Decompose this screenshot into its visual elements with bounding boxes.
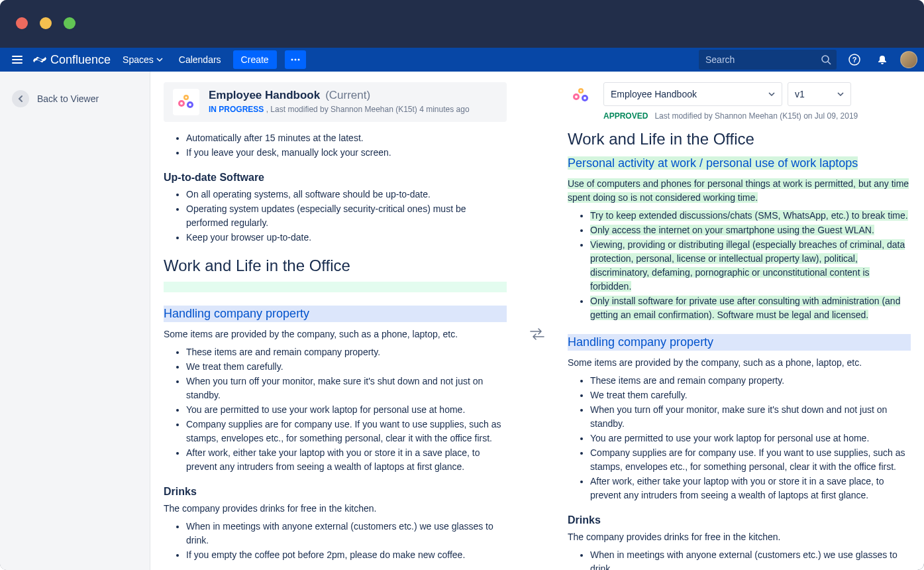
handling-heading-right: Handling company property [568,334,911,351]
list-item: Automatically after 15 minutes at the la… [186,131,507,145]
personal-paragraph: Use of computers and phones for personal… [568,177,911,205]
handling-paragraph-right: Some items are provided by the company, … [568,356,911,370]
back-arrow-icon [12,90,29,107]
list-item: You are permitted to use your work lapto… [590,431,911,445]
nav-spaces[interactable]: Spaces [119,52,167,68]
handling-list: These items are and remain company prope… [164,345,507,474]
software-list: On all operating systems, all software s… [164,188,507,245]
personal-heading: Personal activity at work / personal use… [568,155,911,172]
doc-icon [173,89,199,115]
personal-list: Try to keep extended discussions/chats (… [568,209,911,322]
search-input[interactable] [699,50,837,70]
gears-icon [569,84,593,107]
brand-label: Confluence [50,53,111,67]
list-item: These items are and remain company prope… [590,374,911,388]
nav-calendars-label: Calendars [179,54,221,65]
swap-arrows-icon [529,327,545,341]
list-item: If you leave your desk, manually lock yo… [186,146,507,160]
drinks-heading-right: Drinks [568,514,911,526]
svg-point-1 [294,59,296,61]
window-maximize-icon[interactable] [64,17,76,29]
drinks-list: When in meetings with anyone external (c… [164,520,507,562]
version-select[interactable]: v1 [788,82,851,106]
work-life-heading: Work and Life in the Office [164,256,507,275]
chevron-down-icon [768,91,775,97]
left-doc-meta: , Last modified by Shannon Meehan (K15t)… [266,105,470,114]
list-item: Only access the internet on your smartph… [590,223,911,237]
work-life-heading-right: Work and Life in the Office [568,130,911,148]
drinks-paragraph-right: The company provides drinks for free in … [568,530,911,544]
version-select-label: v1 [795,89,805,99]
gears-icon [174,90,198,114]
top-navigation: Confluence Spaces Calendars Create ? [0,48,924,72]
left-pane-header: Employee Handbook (Current) IN PROGRESS … [164,82,507,122]
left-pane: Employee Handbook (Current) IN PROGRESS … [150,82,520,570]
svg-point-3 [822,56,829,62]
help-button[interactable]: ? [845,50,864,70]
list-item: These items are and remain company prope… [186,345,507,359]
svg-point-16 [584,97,586,99]
list-item: We treat them carefully. [590,388,911,402]
diff-removed-block [164,282,507,292]
list-item: When you turn off your monitor, make sur… [186,374,507,402]
search-wrap [699,50,837,70]
handling-list-right: These items are and remain company prope… [568,374,911,502]
svg-point-0 [291,59,293,61]
list-item: Keep your browser up-to-date. [186,231,507,245]
window-titlebar [0,0,924,48]
ellipsis-icon [291,58,300,61]
document-select[interactable]: Employee Handbook [603,82,782,106]
auto-lock-list: Automatically after 15 minutes at the la… [164,131,507,160]
handling-heading: Handling company property [164,306,507,322]
list-item: Operating system updates (especially sec… [186,202,507,230]
back-label: Back to Viewer [37,93,99,104]
window-minimize-icon[interactable] [40,17,52,29]
list-item: Company supplies are for company use. If… [186,418,507,445]
swap-panes-button[interactable] [520,98,554,570]
nav-spaces-label: Spaces [123,54,154,65]
back-to-viewer-link[interactable]: Back to Viewer [12,90,138,107]
search-icon [821,54,831,65]
list-item: Only install software for private use af… [590,294,911,322]
help-icon: ? [848,54,860,66]
right-doc-meta: Last modified by Shannon Meehan (K15t) o… [654,111,858,121]
document-select-label: Employee Handbook [611,89,697,99]
svg-point-8 [180,102,183,105]
list-item: You are permitted to use your work lapto… [186,403,507,417]
right-pane: Employee Handbook v1 APPROVED Last modif… [554,82,924,570]
handling-paragraph: Some items are provided by the company, … [164,327,507,341]
svg-point-10 [189,103,191,106]
window-close-icon[interactable] [16,17,28,29]
drinks-list-right: When in meetings with anyone external (c… [568,548,911,570]
svg-point-2 [297,59,299,61]
create-button[interactable]: Create [233,50,277,69]
user-avatar[interactable] [900,51,917,68]
svg-text:?: ? [852,56,857,64]
list-item: Try to keep extended discussions/chats (… [590,209,911,223]
nav-calendars[interactable]: Calendars [175,52,225,68]
brand[interactable]: Confluence [33,53,111,67]
drinks-heading: Drinks [164,486,507,498]
doc-icon [568,82,594,109]
list-item: When you turn off your monitor, make sur… [590,403,911,431]
bell-icon [877,54,888,65]
sidebar: Back to Viewer [0,72,150,570]
svg-point-12 [185,97,187,99]
right-pane-header: Employee Handbook v1 APPROVED Last modif… [568,82,911,121]
list-item: If you empty the coffee pot before 2pm, … [186,548,507,562]
list-item: Company supplies are for company use. If… [590,446,911,474]
list-item: When in meetings with anyone external (c… [590,548,911,570]
menu-toggle-button[interactable] [9,53,25,66]
svg-point-14 [575,95,578,98]
list-item: We treat them carefully. [186,360,507,374]
software-heading: Up-to-date Software [164,172,507,184]
svg-point-18 [580,90,582,92]
more-button[interactable] [285,50,306,69]
chevron-down-icon [156,56,163,63]
left-doc-current: (Current) [325,89,370,102]
list-item: When in meetings with anyone external (c… [186,520,507,547]
chevron-down-icon [837,91,844,97]
notifications-button[interactable] [872,50,892,70]
right-status-badge: APPROVED [603,111,648,121]
svg-line-4 [828,62,831,64]
